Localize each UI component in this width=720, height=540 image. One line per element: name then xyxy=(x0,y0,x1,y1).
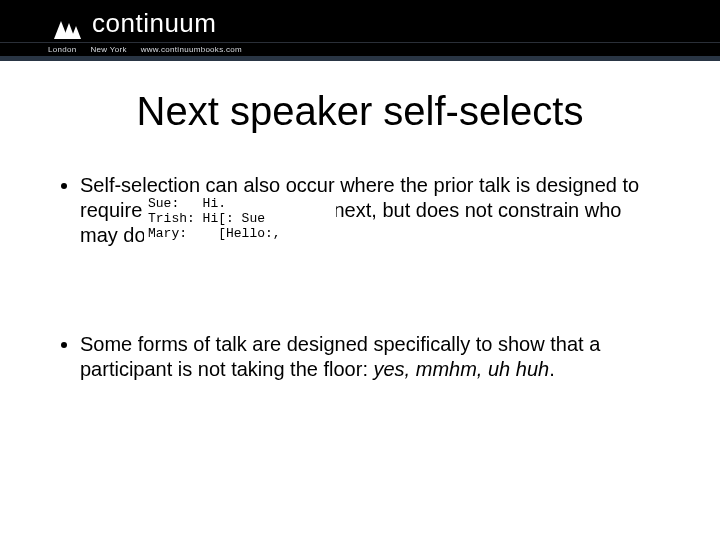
bullet-2-em: yes, mmhm, uh huh xyxy=(374,358,550,380)
brand-url: www.continuumbooks.com xyxy=(141,45,242,54)
bullet-2: Some forms of talk are designed specific… xyxy=(80,332,660,382)
transcript-line-1: Sue: Hi. xyxy=(148,196,226,211)
slide-title: Next speaker self-selects xyxy=(0,89,720,134)
location-newyork: New York xyxy=(91,45,127,54)
header-subbar: London New York www.continuumbooks.com xyxy=(0,42,720,56)
continuum-logo-icon xyxy=(48,9,82,39)
brand-header: continuum London New York www.continuumb… xyxy=(0,0,720,56)
transcript-line-3: Mary: [Hello:, xyxy=(148,226,281,241)
brand-name: continuum xyxy=(92,8,216,39)
slide-body: Next speaker self-selects Self-selection… xyxy=(0,61,720,540)
location-london: London xyxy=(48,45,77,54)
brand-logo: continuum xyxy=(48,8,216,39)
transcript-line-2: Trish: Hi[: Sue xyxy=(148,211,265,226)
transcript-overlay: Sue: Hi. Trish: Hi[: Sue Mary: [Hello:, xyxy=(144,193,336,251)
bullet-2-text-c: . xyxy=(549,358,555,380)
